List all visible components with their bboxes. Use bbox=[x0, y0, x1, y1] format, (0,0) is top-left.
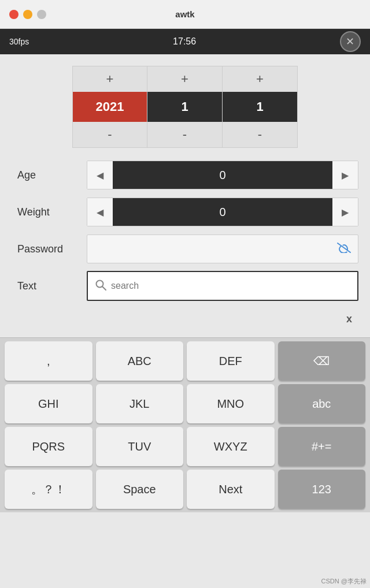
kb-key----[interactable]: #+= bbox=[278, 427, 366, 466]
keyboard-row-1: GHIJKLMNOabc bbox=[5, 384, 365, 423]
year-decrement-button[interactable]: - bbox=[73, 122, 147, 147]
kb-key-abc[interactable]: abc bbox=[278, 384, 366, 423]
kb-key--[interactable]: ⌫ bbox=[278, 341, 366, 381]
minus-icon: - bbox=[183, 127, 187, 142]
eye-icon[interactable] bbox=[337, 243, 351, 256]
svg-line-1 bbox=[103, 287, 106, 291]
password-row: Password bbox=[12, 233, 358, 265]
minimize-button[interactable] bbox=[23, 10, 32, 19]
search-field[interactable] bbox=[87, 271, 358, 301]
kb-key-mno[interactable]: MNO bbox=[187, 384, 275, 423]
kb-key-ghi[interactable]: GHI bbox=[5, 384, 92, 423]
weight-label: Weight bbox=[12, 206, 87, 218]
age-spinner: ◀ 0 ▶ bbox=[87, 161, 358, 189]
minus-icon: - bbox=[108, 127, 112, 142]
month-increment-button[interactable]: + bbox=[147, 66, 222, 92]
month-decrement-button[interactable]: - bbox=[147, 122, 222, 147]
right-arrow-icon: ▶ bbox=[342, 207, 349, 218]
date-picker: + 2021 - + 1 - + 1 bbox=[0, 60, 370, 154]
weight-decrement-button[interactable]: ◀ bbox=[87, 198, 113, 226]
day-value: 1 bbox=[223, 92, 297, 122]
plus-icon: + bbox=[181, 72, 188, 87]
statusbar: 30fps 17:56 ✕ bbox=[0, 29, 370, 54]
window-controls bbox=[9, 10, 46, 19]
age-value: 0 bbox=[113, 161, 332, 189]
keyboard-row-2: PQRSTUVWXYZ#+= bbox=[5, 427, 365, 466]
plus-icon: + bbox=[106, 72, 114, 87]
age-row: Age ◀ 0 ▶ bbox=[12, 159, 358, 191]
statusbar-close-button[interactable]: ✕ bbox=[340, 31, 361, 52]
kb-key-def[interactable]: DEF bbox=[187, 341, 275, 381]
weight-increment-button[interactable]: ▶ bbox=[332, 198, 358, 226]
minus-icon: - bbox=[258, 127, 262, 142]
keyboard: ,ABCDEF⌫GHIJKLMNOabcPQRSTUVWXYZ#+=。？！Spa… bbox=[0, 337, 370, 512]
left-arrow-icon: ◀ bbox=[97, 207, 103, 218]
keyboard-row-0: ,ABCDEF⌫ bbox=[5, 341, 365, 381]
watermark: CSDN @李先禄 bbox=[321, 577, 367, 586]
age-increment-button[interactable]: ▶ bbox=[332, 161, 358, 189]
kb-key-tuv[interactable]: TUV bbox=[96, 427, 184, 466]
kb-key-jkl[interactable]: JKL bbox=[96, 384, 184, 423]
weight-control: ◀ 0 ▶ bbox=[87, 198, 358, 226]
kb-key-pqrs[interactable]: PQRS bbox=[5, 427, 92, 466]
age-control: ◀ 0 ▶ bbox=[87, 161, 358, 189]
right-arrow-icon: ▶ bbox=[342, 170, 349, 181]
date-col-year: + 2021 - bbox=[72, 66, 147, 148]
weight-value: 0 bbox=[113, 198, 332, 226]
kb-key-wxyz[interactable]: WXYZ bbox=[187, 427, 275, 466]
left-arrow-icon: ◀ bbox=[97, 170, 103, 181]
kb-key--[interactable]: , bbox=[5, 341, 92, 381]
kb-key-123[interactable]: 123 bbox=[278, 470, 366, 509]
day-increment-button[interactable]: + bbox=[223, 66, 297, 92]
main-content: + 2021 - + 1 - + 1 bbox=[0, 54, 370, 337]
form-section: Age ◀ 0 ▶ Weight bbox=[0, 159, 370, 302]
x-row: x bbox=[0, 307, 370, 330]
age-decrement-button[interactable]: ◀ bbox=[87, 161, 113, 189]
x-button[interactable]: x bbox=[340, 310, 358, 328]
day-decrement-button[interactable]: - bbox=[223, 122, 297, 147]
keyboard-row-3: 。？！SpaceNext123 bbox=[5, 470, 365, 509]
search-input[interactable] bbox=[111, 281, 350, 291]
weight-spinner: ◀ 0 ▶ bbox=[87, 198, 358, 226]
app-title: awtk bbox=[175, 9, 194, 19]
date-col-month: + 1 - bbox=[147, 66, 223, 148]
plus-icon: + bbox=[256, 72, 264, 87]
text-control-wrapper bbox=[87, 271, 358, 301]
close-icon: ✕ bbox=[346, 35, 354, 48]
titlebar: awtk bbox=[0, 0, 370, 29]
text-row: Text bbox=[12, 270, 358, 302]
kb-key----[interactable]: 。？！ bbox=[5, 470, 92, 509]
month-value: 1 bbox=[147, 92, 222, 122]
kb-key-next[interactable]: Next bbox=[187, 470, 275, 509]
password-control-wrapper bbox=[87, 235, 358, 263]
kb-key-abc[interactable]: ABC bbox=[96, 341, 184, 381]
year-value: 2021 bbox=[73, 92, 147, 122]
maximize-button[interactable] bbox=[37, 10, 46, 19]
time-display: 17:56 bbox=[173, 36, 196, 47]
close-button[interactable] bbox=[9, 10, 18, 19]
svg-point-0 bbox=[97, 281, 103, 288]
search-icon bbox=[95, 279, 106, 293]
age-label: Age bbox=[12, 169, 87, 181]
text-label: Text bbox=[12, 280, 87, 292]
kb-key-space[interactable]: Space bbox=[96, 470, 184, 509]
year-increment-button[interactable]: + bbox=[73, 66, 147, 92]
date-col-day: + 1 - bbox=[223, 66, 298, 148]
fps-display: 30fps bbox=[9, 37, 29, 46]
password-label: Password bbox=[12, 243, 87, 255]
password-field[interactable] bbox=[87, 235, 358, 263]
weight-row: Weight ◀ 0 ▶ bbox=[12, 196, 358, 228]
